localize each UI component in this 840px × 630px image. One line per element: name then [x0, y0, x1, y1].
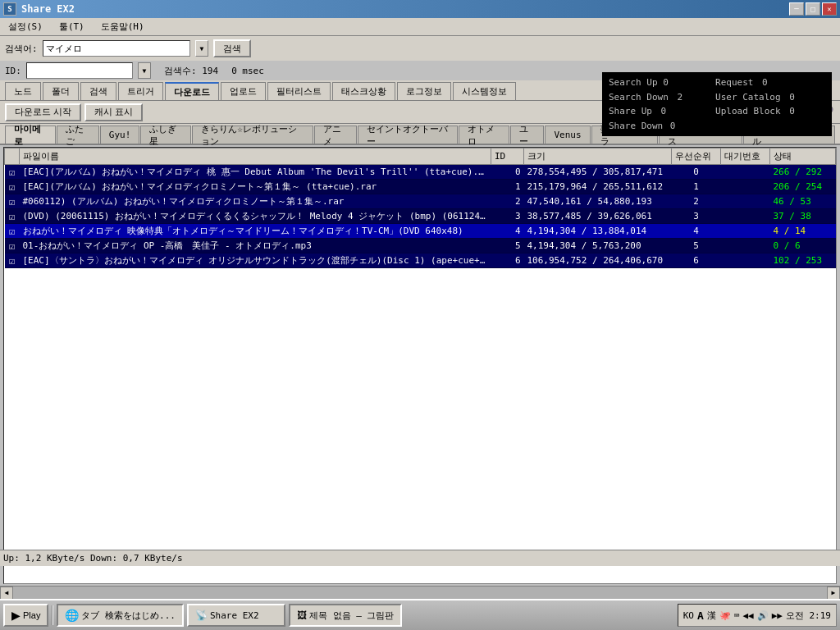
search-up-stat: Search Up 0: [609, 75, 682, 90]
row-size: 215,179,964 / 265,511,612: [524, 180, 672, 194]
stats-left: Search Up 0 Search Down 2 Share Up 0 S: [609, 75, 682, 133]
cat-tab-otomero[interactable]: オトメロ: [459, 126, 509, 144]
ie-icon: 🌐: [65, 609, 79, 622]
start-button[interactable]: ▶ Play: [3, 604, 48, 627]
table-row[interactable]: ☑#060112) (アルバム) おねがい！マイメロディクロミノート～第１集～.…: [5, 194, 836, 209]
share-taskbar-icon: 📡: [195, 609, 208, 621]
cat-tab-venus[interactable]: Venus: [545, 126, 590, 144]
status-text: Up: 1,2 KByte/s Down: 0,7 KByte/s: [3, 553, 183, 564]
menu-help[interactable]: 도움말(H): [96, 19, 149, 34]
search-button[interactable]: 검색: [213, 39, 251, 57]
row-id: 2: [491, 194, 524, 209]
row-size: 4,194,304 / 13,884,014: [524, 224, 672, 239]
ime-icon: 🐙: [719, 610, 731, 621]
row-checkbox[interactable]: ☑: [5, 224, 20, 239]
row-status: 102 / 253: [770, 253, 836, 268]
row-id: 6: [491, 253, 524, 268]
cat-tab-anime[interactable]: アニメ: [314, 126, 357, 144]
title-bar-controls: ─ □ ✕: [789, 2, 837, 16]
row-priority: 1: [672, 180, 721, 194]
cat-tab-saint[interactable]: セイントオクトーバー: [358, 126, 458, 144]
row-checkbox[interactable]: ☑: [5, 194, 20, 209]
tab-system[interactable]: 시스템정보: [453, 82, 516, 100]
download-start-button[interactable]: 다운로드 시작: [5, 103, 81, 121]
table-row[interactable]: ☑[EAC](アルバム) おねがい！マイメロディクロミノート～第１集～ (tta…: [5, 180, 836, 194]
upload-block-stat: Upload Block 0: [715, 104, 795, 119]
col-id[interactable]: ID: [491, 148, 524, 165]
tab-log[interactable]: 로그정보: [397, 82, 451, 100]
restore-button[interactable]: □: [806, 2, 820, 16]
taskbar-share[interactable]: 📡 Share EX2: [187, 604, 285, 627]
tab-download[interactable]: 다운로드: [165, 82, 219, 100]
search-down-label: Search Down: [609, 92, 669, 103]
tab-node[interactable]: 노드: [5, 82, 41, 100]
row-filename: [EAC](アルバム) おねがい！マイメロディクロミノート～第１集～ (tta+…: [20, 180, 491, 194]
row-checkbox[interactable]: ☑: [5, 165, 20, 180]
main-window: S Share EX2 ─ □ ✕ 설정(S) 툴(T) 도움말(H) 검색어:…: [0, 0, 840, 599]
search-label: 검색어:: [5, 43, 38, 55]
close-button[interactable]: ✕: [822, 2, 837, 16]
share-up-stat: Share Up 0: [609, 104, 682, 119]
table-row[interactable]: ☑おねがい！マイメロディ 映像特典「オトメロディ～マイドリーム！マイメロディ！T…: [5, 224, 836, 239]
app-icon: S: [3, 2, 16, 16]
row-filename: (DVD) (20061115) おねがい！マイメロディくるくるシャッフル！ M…: [20, 209, 491, 224]
search-dropdown-arrow[interactable]: ▼: [195, 40, 208, 57]
cat-tab-futago[interactable]: ふたご: [57, 126, 99, 144]
table-row[interactable]: ☑01-おねがい！マイメロディ OP -高橋 美佳子 - オトメロディ.mp35…: [5, 239, 836, 253]
menu-settings[interactable]: 설정(S): [3, 19, 48, 34]
row-checkbox[interactable]: ☑: [5, 239, 20, 253]
col-status[interactable]: 상태: [770, 148, 836, 165]
cat-tab-fushigi[interactable]: ふしぎ星: [140, 126, 191, 144]
row-status: 0 / 6: [770, 239, 836, 253]
row-status: 4 / 14: [770, 224, 836, 239]
row-waitnum: [721, 209, 770, 224]
row-checkbox[interactable]: ☑: [5, 253, 20, 268]
scroll-right-button[interactable]: ▶: [827, 587, 840, 600]
row-id: 3: [491, 209, 524, 224]
row-size: 106,954,752 / 264,406,670: [524, 253, 672, 268]
taskbar-ie[interactable]: 🌐 タブ 検索をはじめ...: [57, 604, 184, 627]
scroll-left-button[interactable]: ◀: [0, 587, 13, 600]
tab-task[interactable]: 태스크상황: [332, 82, 395, 100]
row-checkbox[interactable]: ☑: [5, 209, 20, 224]
row-size: 47,540,161 / 54,880,193: [524, 194, 672, 209]
tab-trigger[interactable]: 트리거: [118, 82, 163, 100]
share-up-value: 0: [661, 106, 667, 116]
share-up-label: Share Up: [609, 106, 652, 116]
cat-tab-gyu[interactable]: Gyu!: [100, 126, 140, 144]
col-priority[interactable]: 우선순위: [672, 148, 721, 165]
table-row[interactable]: ☑[EAC](アルバム) おねがい！マイメロディ 桃 惠一 Debut Albu…: [5, 165, 836, 180]
taskbar-paint[interactable]: 🖼 제목 없음 – 그림판: [289, 604, 403, 627]
speaker-icon: 🔊: [757, 610, 769, 621]
tab-search[interactable]: 검색: [80, 82, 116, 100]
col-waitnum[interactable]: 대기번호: [721, 148, 770, 165]
id-dropdown-arrow[interactable]: ▼: [138, 62, 151, 79]
table-row[interactable]: ☑[EAC]〈サントラ〉おねがい！マイメロディ オリジナルサウンドトラック(渡部…: [5, 253, 836, 268]
nav-prev-button[interactable]: ◀◀: [742, 610, 753, 621]
id-input[interactable]: [26, 62, 133, 79]
tab-filter[interactable]: 필터리스트: [267, 82, 331, 100]
row-status: 37 / 38: [770, 209, 836, 224]
cache-display-button[interactable]: 캐시 표시: [84, 103, 143, 121]
upload-block-label: Upload Block: [715, 106, 780, 116]
table-row[interactable]: ☑(DVD) (20061115) おねがい！マイメロディくるくるシャッフル！ …: [5, 209, 836, 224]
row-priority: 4: [672, 224, 721, 239]
scroll-track[interactable]: [13, 587, 827, 599]
search-input[interactable]: [43, 40, 190, 57]
share-down-stat: Share Down 0: [609, 119, 682, 134]
row-status: 206 / 254: [770, 180, 836, 194]
minimize-button[interactable]: ─: [789, 2, 804, 16]
menu-tools[interactable]: 툴(T): [54, 19, 89, 34]
cat-tab-yu[interactable]: ユー: [510, 126, 545, 144]
nav-next-button[interactable]: ▶▶: [772, 610, 783, 621]
col-filename[interactable]: 파일이름: [20, 148, 491, 165]
tab-upload[interactable]: 업로드: [221, 82, 266, 100]
cat-tab-kirarin[interactable]: きらりん☆レボリューション: [192, 126, 313, 144]
table-header-row: 파일이름 ID 크기 우선순위 대기번호 상태: [5, 148, 836, 165]
tab-folder[interactable]: 폴더: [43, 82, 79, 100]
col-size[interactable]: 크기: [524, 148, 672, 165]
row-checkbox[interactable]: ☑: [5, 180, 20, 194]
search-up-value: 0: [663, 77, 669, 88]
cat-tab-maimero[interactable]: 마이메로: [5, 126, 56, 144]
row-status: 46 / 53: [770, 194, 836, 209]
